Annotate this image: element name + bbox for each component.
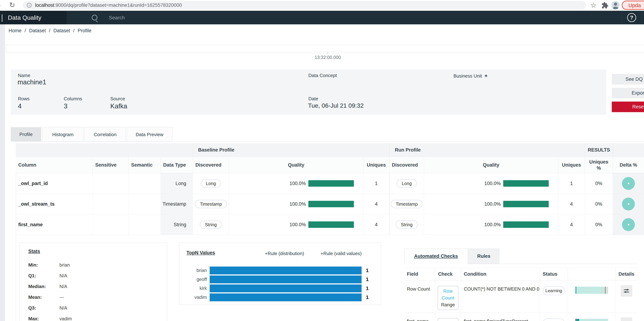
stat-max: Max:vadim xyxy=(28,316,154,321)
cell-run-discovered: Timestamp xyxy=(389,194,424,214)
quality-bar xyxy=(308,222,354,228)
cell-baseline-discovered: String xyxy=(193,214,229,235)
cell-run-discovered: Long xyxy=(389,173,424,194)
export-button[interactable]: Export xyxy=(612,88,644,98)
tab-data-preview[interactable]: Data Preview xyxy=(127,127,172,142)
search-input[interactable] xyxy=(108,13,270,22)
col-header-uniques-pct[interactable]: Uniques % xyxy=(585,157,613,173)
col-header-baseline-quality[interactable]: Quality xyxy=(229,157,363,173)
status-badge: Learning xyxy=(543,286,565,295)
group-spacer xyxy=(16,143,193,157)
delta-indicator[interactable] xyxy=(622,198,635,210)
col-header-run-uniques[interactable]: Uniques xyxy=(558,157,585,173)
add-rule-distribution-link[interactable]: +Rule (distribution) xyxy=(265,251,304,256)
cell-column-name[interactable]: _owl_part_id xyxy=(16,173,93,194)
topn-axis-tick xyxy=(207,284,209,284)
reload-icon[interactable]: ↻ xyxy=(9,1,15,9)
tab-rules[interactable]: Rules xyxy=(468,249,499,264)
check-type-pill[interactable]: Type xyxy=(438,318,458,321)
rows-value: 4 xyxy=(18,102,22,110)
breadcrumb-dataset[interactable]: Dataset xyxy=(29,28,46,33)
cell-baseline-quality: 100.0% xyxy=(229,194,363,214)
cell-baseline-discovered: Long xyxy=(193,173,229,194)
breadcrumb-home[interactable]: Home xyxy=(8,28,22,33)
delta-indicator[interactable] xyxy=(622,218,635,231)
cell-data-type: String xyxy=(161,214,193,235)
add-business-unit-icon[interactable]: + xyxy=(484,73,488,79)
timeline-axis xyxy=(6,53,644,54)
tab-histogram[interactable]: Histogram xyxy=(42,127,84,142)
cell-sensitive xyxy=(93,214,128,235)
tab-profile[interactable]: Profile xyxy=(11,127,41,142)
type-pill: Timestamp xyxy=(195,200,227,208)
col-header-run-discovered[interactable]: Discovered xyxy=(389,157,424,173)
topn-bar[interactable] xyxy=(210,266,362,274)
topn-axis-tick xyxy=(207,302,209,302)
topn-category-label: geoff xyxy=(182,276,207,282)
tab-automated-checks[interactable]: Automated Checks xyxy=(404,249,468,264)
sliders-icon xyxy=(623,288,630,294)
tab-correlation[interactable]: Correlation xyxy=(84,127,126,142)
check-row-field: Row Count xyxy=(404,280,435,313)
cell-run-quality: 100.0% xyxy=(424,214,558,235)
cell-uniques-pct: 0% xyxy=(585,214,613,235)
site-info-icon[interactable]: i xyxy=(27,3,32,8)
check-type-pill[interactable]: Row Count Range xyxy=(438,286,458,310)
breadcrumb-profile[interactable]: Profile xyxy=(78,28,92,33)
cell-semantic xyxy=(128,214,161,235)
cell-data-type: Long xyxy=(161,173,193,194)
col-header-run-quality[interactable]: Quality xyxy=(424,157,558,173)
sliders-icon xyxy=(623,320,630,321)
col-header-sensitive[interactable]: Sensitive xyxy=(93,157,128,173)
cell-run-uniques: 4 xyxy=(558,214,585,235)
topn-bar-value: 1 xyxy=(366,294,369,300)
col-header-column[interactable]: Column xyxy=(16,157,93,173)
details-button[interactable] xyxy=(621,318,632,321)
breadcrumb: Home / Dataset / Dataset / Profile xyxy=(8,24,93,37)
topn-axis xyxy=(209,265,209,302)
topn-bar[interactable] xyxy=(210,276,362,284)
help-icon[interactable]: ? xyxy=(627,13,636,22)
profile-table-header: Column Sensitive Semantic Data Type Disc… xyxy=(16,157,644,173)
timeline-axis-tick xyxy=(328,52,328,54)
col-header-baseline-discovered[interactable]: Discovered xyxy=(193,157,229,173)
cell-column-name[interactable]: _owl_stream_ts xyxy=(16,194,93,214)
check-row-sparkline xyxy=(568,280,615,313)
breadcrumb-dataset2[interactable]: Dataset xyxy=(53,28,70,33)
browser-update-button[interactable]: Upda xyxy=(622,1,644,10)
forward-icon[interactable]: › xyxy=(0,1,1,9)
quality-bar xyxy=(503,222,549,228)
col-header-data-type[interactable]: Data Type xyxy=(161,157,193,173)
delta-indicator[interactable] xyxy=(622,177,635,190)
navbar-divider xyxy=(622,11,622,24)
address-bar[interactable]: i localhost:9000/dq/profile?dataset=mach… xyxy=(23,1,586,10)
stat-median: Median:N/A xyxy=(28,284,154,290)
cell-run-discovered: String xyxy=(389,214,424,235)
avatar[interactable] xyxy=(612,1,620,9)
extensions-puzzle-icon[interactable] xyxy=(602,2,608,10)
col-header-delta-pct[interactable]: Delta % xyxy=(613,157,644,173)
cell-delta-pct xyxy=(613,194,644,214)
col-header-semantic[interactable]: Semantic xyxy=(128,157,161,173)
details-button[interactable] xyxy=(621,285,632,297)
bookmark-star-icon[interactable]: ☆ xyxy=(590,1,597,9)
col-header-baseline-uniques[interactable]: Uniques xyxy=(363,157,389,173)
name-label: Name xyxy=(18,73,30,78)
reset-button[interactable]: Reset xyxy=(612,102,644,112)
source-label: Source xyxy=(110,96,125,102)
topn-category-label: vadim xyxy=(182,294,207,300)
stats-panel: Stats Min:brian Q1:N/A Median:N/A Mean:-… xyxy=(20,243,167,321)
stat-min: Min:brian xyxy=(28,262,154,268)
topn-bar-value: 1 xyxy=(366,286,369,291)
topn-bar[interactable] xyxy=(210,284,362,292)
url-path: :9000/dq/profile?dataset=machine1&runId=… xyxy=(54,2,182,8)
url-text: localhost:9000/dq/profile?dataset=machin… xyxy=(35,2,182,8)
cell-baseline-quality: 100.0% xyxy=(229,214,363,235)
add-rule-valid-values-link[interactable]: +Rule (valid values) xyxy=(320,251,362,256)
see-dq-job-button[interactable]: See DQ Job xyxy=(612,74,644,84)
topn-bar[interactable] xyxy=(210,294,362,301)
cell-column-name[interactable]: first_name xyxy=(16,214,93,235)
cell-run-uniques: 1 xyxy=(558,173,585,194)
group-spacer-end xyxy=(613,143,644,157)
topn-category-label: kirk xyxy=(182,286,207,291)
